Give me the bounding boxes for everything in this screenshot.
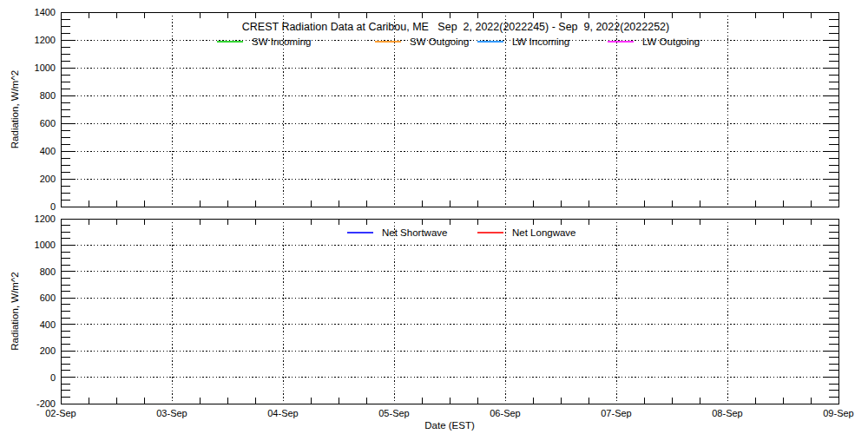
radiation-figure: 0200400600800100012001400Radiation, W/m^… [0,0,868,434]
y-tick-label: 0 [50,372,56,383]
y-tick-label: 800 [40,90,56,101]
y-tick-label: 1000 [35,240,56,250]
y-tick-label: 400 [40,146,56,156]
legend-label-net-longwave: Net Longwave [512,227,576,238]
y-tick-label: 1000 [35,62,56,73]
x-tick-label: 03-Sep [156,408,187,418]
y-tick-label: 600 [40,293,56,303]
y-tick-label: 200 [40,174,56,184]
x-tick-label: 07-Sep [601,408,631,418]
y-tick-label: 1400 [35,7,56,17]
chart-title: CREST Radiation Data at Caribou, ME Sep … [242,21,669,33]
x-tick-label: 05-Sep [378,408,409,418]
y-axis-title: Radiation, W/m^2 [10,70,20,148]
y-tick-label: 1200 [35,35,56,45]
y-tick-label: 0 [50,201,56,212]
y-tick-label: 400 [40,319,56,330]
x-tick-label: 09-Sep [823,408,853,418]
y-tick-label: 1200 [35,214,56,224]
y-tick-label: 800 [40,266,56,277]
x-tick-label: 06-Sep [490,408,520,418]
y-tick-label: 600 [40,118,56,128]
x-tick-label: 08-Sep [712,408,742,418]
legend-label-lw-outgoing: LW Outgoing [642,36,700,47]
y-tick-label: 200 [40,345,56,356]
panel-border [61,219,838,404]
legend-label-lw-incoming: LW Incoming [512,36,569,47]
y-axis-title: Radiation, W/m^2 [10,272,20,350]
x-tick-label: 04-Sep [267,408,298,418]
legend-label-net-shortwave: Net Shortwave [382,227,447,238]
radiation-chart: 0200400600800100012001400Radiation, W/m^… [0,0,868,434]
x-tick-label: 02-Sep [45,408,76,418]
legend-label-sw-incoming: SW Incoming [252,36,311,47]
x-axis-title: Date (EST) [424,420,475,431]
legend-label-sw-outgoing: SW Outgoing [410,36,469,47]
